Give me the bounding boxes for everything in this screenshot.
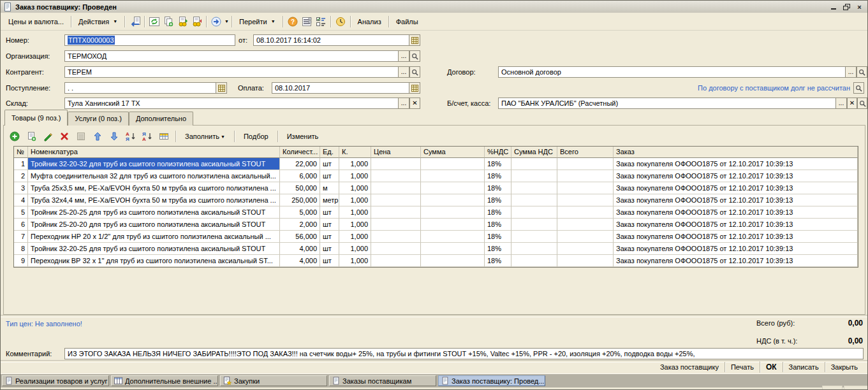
cell-k[interactable]: 1,000 xyxy=(339,243,371,255)
cell-price[interactable] xyxy=(371,231,421,243)
cell-vat_sum[interactable] xyxy=(511,243,557,255)
footer-button-1[interactable]: Печать xyxy=(725,362,760,372)
cell-unit[interactable]: шт xyxy=(320,206,339,219)
cell-unit[interactable]: шт xyxy=(320,219,339,231)
delete-row-icon[interactable] xyxy=(57,129,72,143)
cell-vat_sum[interactable] xyxy=(511,158,557,170)
cell-name[interactable]: Труба 25х3,5 мм, PE-Xa/EVOH бухта 50 м т… xyxy=(28,182,280,194)
cell-num[interactable]: 3 xyxy=(14,182,28,194)
contractor-input[interactable]: ТЕРЕМ xyxy=(64,66,399,78)
cell-order[interactable]: Заказ покупателя ОФООО1875 от 12.10.2017… xyxy=(614,206,858,219)
taskbar-tab-4[interactable]: Заказ поставщику: Провед... xyxy=(438,375,545,386)
cell-name[interactable]: Переходник НР 20 х 1/2" для труб из сшит… xyxy=(28,231,280,243)
cell-vat_sum[interactable] xyxy=(511,170,557,182)
date-input[interactable]: 08.10.2017 16:14:02 xyxy=(253,34,409,46)
cell-name[interactable]: Переходник ВР 32 х 1" для труб из сшитог… xyxy=(28,255,280,267)
cell-price[interactable] xyxy=(371,194,421,206)
table-row[interactable]: 3Труба 25х3,5 мм, PE-Xa/EVOH бухта 50 м … xyxy=(14,182,858,194)
payment-calendar-button[interactable] xyxy=(409,82,420,94)
number-input[interactable]: ТПТХ0000003 xyxy=(64,34,235,46)
footer-button-4[interactable]: Закрыть xyxy=(825,362,864,372)
cell-order[interactable]: Заказ покупателя ОФООО1875 от 12.10.2017… xyxy=(614,182,858,194)
cell-unit[interactable]: шт xyxy=(320,170,339,182)
cell-total[interactable] xyxy=(557,255,614,267)
help-icon[interactable]: ? xyxy=(286,15,300,28)
cell-sum[interactable] xyxy=(421,170,485,182)
cell-vat[interactable]: 18% xyxy=(485,219,511,231)
cell-price[interactable] xyxy=(371,255,421,267)
pick-button[interactable]: Подбор xyxy=(239,131,274,142)
cell-sum[interactable] xyxy=(421,206,485,219)
cell-vat[interactable]: 18% xyxy=(485,182,511,194)
warehouse-clear-button[interactable]: ✕ xyxy=(409,98,420,109)
cell-num[interactable]: 9 xyxy=(14,255,28,267)
open-related-icon[interactable] xyxy=(209,15,223,28)
cell-qty[interactable]: 250,000 xyxy=(280,194,320,206)
taskbar-tab-3[interactable]: Заказы поставщикам xyxy=(329,375,436,386)
cell-unit[interactable]: м xyxy=(320,182,339,194)
footer-button-0[interactable]: Заказ поставщику xyxy=(654,362,725,372)
cell-vat_sum[interactable] xyxy=(511,182,557,194)
organization-input[interactable]: ТЕРМОХОД xyxy=(64,50,399,62)
cell-qty[interactable]: 50,000 xyxy=(280,182,320,194)
cell-unit[interactable]: метр xyxy=(320,194,339,206)
cell-order[interactable]: Заказ покупателя ОФООО1875 от 12.10.2017… xyxy=(614,255,858,267)
cell-qty[interactable]: 22,000 xyxy=(280,158,320,170)
cell-order[interactable]: Заказ покупателя ОФООО1875 от 12.10.2017… xyxy=(614,243,858,255)
cell-total[interactable] xyxy=(557,158,614,170)
cell-price[interactable] xyxy=(371,158,421,170)
cell-price[interactable] xyxy=(371,243,421,255)
table-row[interactable]: 4Труба 32х4,4 мм, PE-Xa/EVOH бухта 50 м … xyxy=(14,194,858,206)
date-calendar-button[interactable] xyxy=(409,34,420,46)
unpost-document-icon[interactable] xyxy=(189,15,203,28)
change-button[interactable]: Изменить xyxy=(282,131,324,142)
copy-document-icon[interactable] xyxy=(161,15,175,28)
cell-order[interactable]: Заказ покупателя ОФООО1875 от 12.10.2017… xyxy=(614,158,858,170)
cell-qty[interactable]: 5,000 xyxy=(280,206,320,219)
cell-vat[interactable]: 18% xyxy=(485,158,511,170)
table-row[interactable]: 9Переходник ВР 32 х 1" для труб из сшито… xyxy=(14,255,858,267)
tab-2[interactable]: Дополнительно xyxy=(129,112,193,126)
cell-name[interactable]: Тройник 25-20-20 для труб из сшитого пол… xyxy=(28,219,280,231)
cell-price[interactable] xyxy=(371,170,421,182)
cell-qty[interactable]: 2,000 xyxy=(280,219,320,231)
table-row[interactable]: 8Тройник 32-20-25 для труб из сшитого по… xyxy=(14,243,858,255)
prices-currency-button[interactable]: Цены и валюта... xyxy=(4,16,68,27)
cell-sum[interactable] xyxy=(421,182,485,194)
cell-vat[interactable]: 18% xyxy=(485,255,511,267)
cell-sum[interactable] xyxy=(421,243,485,255)
cell-sum[interactable] xyxy=(421,255,485,267)
cell-total[interactable] xyxy=(557,206,614,219)
cell-sum[interactable] xyxy=(421,158,485,170)
cell-k[interactable]: 1,000 xyxy=(339,182,371,194)
cell-total[interactable] xyxy=(557,231,614,243)
receipt-date-input[interactable]: . . xyxy=(64,82,216,94)
cell-vat[interactable]: 18% xyxy=(485,206,511,219)
table-row[interactable]: 6Тройник 25-20-20 для труб из сшитого по… xyxy=(14,219,858,231)
cell-price[interactable] xyxy=(371,182,421,194)
cell-total[interactable] xyxy=(557,219,614,231)
contractor-magnifier-button[interactable] xyxy=(409,66,420,78)
cell-total[interactable] xyxy=(557,170,614,182)
cell-qty[interactable]: 56,000 xyxy=(280,231,320,243)
tab-0[interactable]: Товары (9 поз.) xyxy=(4,110,68,126)
table-row[interactable]: 2Муфта соединительная 32 для труб из сши… xyxy=(14,170,858,182)
edit-row-icon[interactable] xyxy=(40,129,55,143)
cell-num[interactable]: 4 xyxy=(14,194,28,206)
cell-order[interactable]: Заказ покупателя ОФООО1875 от 12.10.2017… xyxy=(614,194,858,206)
cell-vat[interactable]: 18% xyxy=(485,170,511,182)
cell-vat_sum[interactable] xyxy=(511,255,557,267)
cell-total[interactable] xyxy=(557,182,614,194)
cell-num[interactable]: 5 xyxy=(14,206,28,219)
payment-date-input[interactable]: 08.10.2017 xyxy=(272,82,409,94)
cell-sum[interactable] xyxy=(421,219,485,231)
cell-unit[interactable]: шт xyxy=(320,255,339,267)
cell-sum[interactable] xyxy=(421,231,485,243)
organization-ellipsis-button[interactable]: ... xyxy=(398,50,409,62)
taskbar-tab-1[interactable]: Дополнительные внешние ... xyxy=(111,375,218,386)
structure-list-icon[interactable] xyxy=(300,15,314,28)
history-clock-icon[interactable] xyxy=(334,15,348,28)
files-button[interactable]: Файлы xyxy=(392,16,423,27)
supplier-debt-link[interactable]: По договору с поставщиком долг не рассчи… xyxy=(667,82,850,94)
tab-1[interactable]: Услуги (0 поз.) xyxy=(68,112,128,126)
